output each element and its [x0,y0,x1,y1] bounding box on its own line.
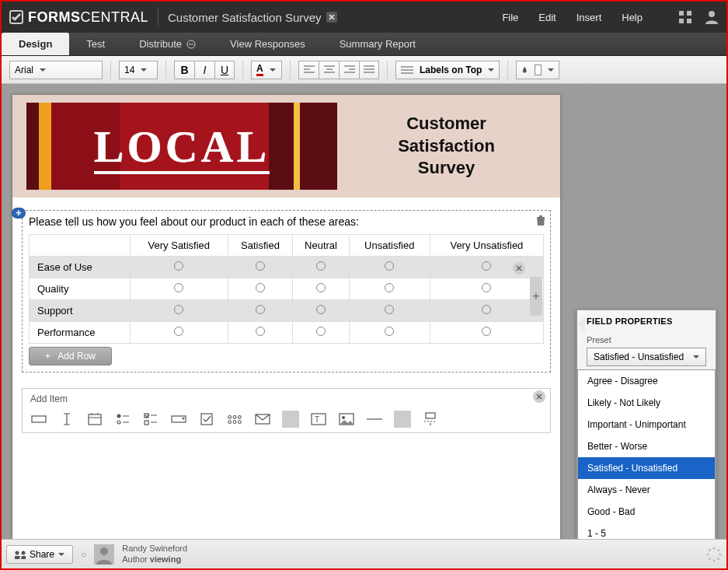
radio-icon[interactable] [174,283,183,292]
tab-view-responses[interactable]: View Responses [213,33,322,55]
matrix-column-header[interactable]: Satisfied [228,235,293,257]
matrix-cell[interactable] [430,322,543,344]
align-left-button[interactable] [298,61,319,79]
radio-icon[interactable] [316,327,326,336]
radio-icon[interactable] [385,283,394,292]
matrix-cell[interactable] [293,300,349,322]
delete-field-icon[interactable] [535,214,547,226]
menu-file[interactable]: File [502,12,518,23]
matrix-cell[interactable] [293,257,349,278]
matrix-cell[interactable] [349,257,430,278]
fill-color-button[interactable] [516,61,559,79]
matrix-column-header[interactable]: Very Satisfied [131,235,228,257]
radio-icon[interactable] [482,261,491,271]
matrix-cell[interactable] [349,300,430,322]
matrix-cell[interactable] [293,322,349,344]
user-icon[interactable] [705,10,719,24]
radio-icon[interactable] [256,283,265,292]
radio-icon[interactable] [174,305,183,314]
radio-icon[interactable] [385,261,394,271]
radio-icon[interactable] [316,261,326,271]
radio-icon[interactable] [385,305,394,314]
align-right-button[interactable] [339,61,359,79]
radio-icon[interactable] [482,283,491,292]
bold-button[interactable]: B [174,61,194,79]
checkbox-group-icon[interactable] [142,411,159,428]
add-row-button[interactable]: + Add Row [29,347,112,365]
font-size-select[interactable]: 14 [119,61,158,79]
formatted-text-icon[interactable]: T [310,411,327,428]
matrix-cell[interactable] [430,300,543,322]
radio-icon[interactable] [385,327,394,336]
close-document-icon[interactable] [326,12,337,23]
rating-matrix-field[interactable]: + Please tell us how you feel about our … [22,210,551,372]
matrix-row-header[interactable]: Quality [30,278,131,300]
share-button[interactable]: Share [6,545,73,564]
preset-option[interactable]: Good - Bad [578,501,715,523]
preset-option[interactable]: Agree - Disagree [578,370,715,392]
radio-icon[interactable] [482,305,491,314]
tab-distribute[interactable]: Distribute [122,33,213,55]
menu-help[interactable]: Help [622,12,643,23]
divider-icon[interactable] [366,411,383,428]
matrix-cell[interactable] [430,278,543,300]
matrix-column-header[interactable]: Neutral [293,235,349,257]
matrix-cell[interactable] [228,300,293,322]
grid-icon[interactable] [678,10,692,24]
text-cursor-icon[interactable] [58,411,75,428]
rating-scale-icon[interactable] [226,411,243,428]
align-center-button[interactable] [319,61,339,79]
align-justify-button[interactable] [359,61,379,79]
preset-option[interactable]: Satisfied - Unsatisfied [578,457,715,479]
preset-option[interactable]: 1 - 5 [578,523,715,539]
matrix-cell[interactable] [228,278,293,300]
matrix-cell[interactable] [430,257,543,278]
radio-icon[interactable] [256,261,265,271]
date-picker-icon[interactable] [86,411,103,428]
preset-option[interactable]: Likely - Not Likely [578,392,715,414]
radio-icon[interactable] [256,327,265,336]
radio-icon[interactable] [174,261,183,271]
matrix-cell[interactable] [131,278,228,300]
matrix-row-header[interactable]: Performance [30,322,131,344]
page-break-icon[interactable] [422,411,439,428]
matrix-column-header[interactable]: Very Unsatisfied [430,235,543,257]
question-text[interactable]: Please tell us how you feel about our pr… [26,214,547,234]
radio-icon[interactable] [174,327,183,336]
radio-group-icon[interactable] [114,411,131,428]
underline-button[interactable]: U [214,61,235,79]
matrix-cell[interactable] [131,300,228,322]
text-color-button[interactable]: A [251,61,282,79]
email-icon[interactable] [254,411,271,428]
close-add-item-icon[interactable] [533,390,545,403]
matrix-cell[interactable] [228,322,293,344]
preset-option[interactable]: Better - Worse [578,435,715,457]
labels-position-select[interactable]: Labels on Top [395,61,500,79]
matrix-cell[interactable] [131,257,228,278]
dropdown-icon[interactable] [170,411,187,428]
menu-insert[interactable]: Insert [576,12,602,23]
matrix-column-header[interactable]: Unsatisfied [349,235,430,257]
matrix-cell[interactable] [228,257,293,278]
matrix-cell[interactable] [293,278,349,300]
add-column-icon[interactable]: + [530,277,542,316]
matrix-cell[interactable] [131,322,228,344]
italic-button[interactable]: I [194,61,214,79]
matrix-cell[interactable] [349,278,430,300]
matrix-row-header[interactable]: Ease of Use [30,257,131,278]
menu-edit[interactable]: Edit [538,12,556,23]
font-select[interactable]: Arial [9,61,103,79]
radio-icon[interactable] [316,283,326,292]
radio-icon[interactable] [256,305,265,314]
matrix-row-header[interactable]: Support [30,300,131,322]
remove-column-icon[interactable] [513,262,525,275]
tab-test[interactable]: Test [69,33,122,55]
radio-icon[interactable] [316,305,326,314]
matrix-cell[interactable] [349,322,430,344]
image-icon[interactable] [338,411,355,428]
tab-summary-report[interactable]: Summary Report [322,33,433,55]
tab-design[interactable]: Design [2,33,69,55]
preset-select[interactable]: Satisfied - Unsatisfied [587,348,706,366]
text-field-icon[interactable] [30,411,47,428]
add-field-before-icon[interactable]: + [12,208,26,219]
